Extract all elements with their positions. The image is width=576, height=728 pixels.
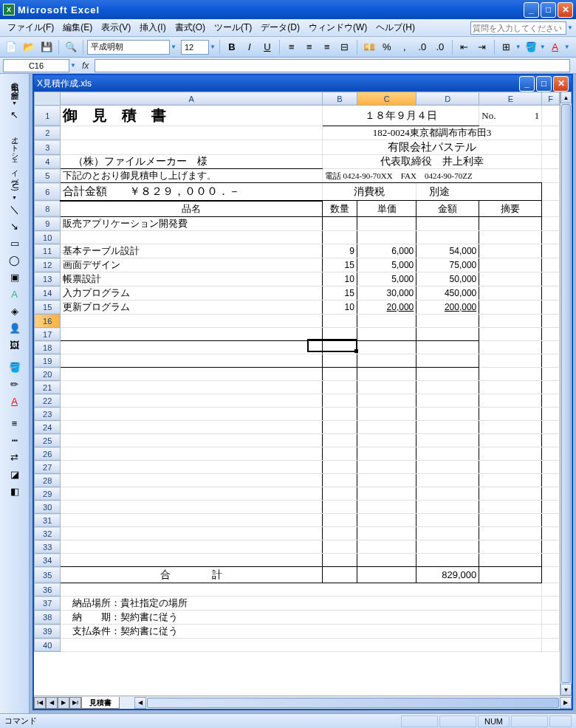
menu-data[interactable]: データ(D)	[256, 20, 304, 35]
row-header[interactable]: 4	[35, 155, 61, 169]
row-header[interactable]: 22	[35, 394, 61, 408]
wordart-icon[interactable]: A	[7, 287, 22, 302]
row-header[interactable]: 12	[35, 258, 61, 272]
diagram-icon[interactable]: ◈	[7, 304, 22, 319]
name-box[interactable]: C16	[3, 59, 69, 72]
line-color-icon[interactable]: ✏	[7, 377, 22, 392]
row-header[interactable]: 26	[35, 447, 61, 461]
line-icon[interactable]: ＼	[7, 202, 22, 217]
tab-prev-button[interactable]: ◀	[46, 697, 58, 709]
row-header[interactable]: 3	[35, 140, 61, 155]
shape-adjust-label[interactable]: 図形の調整(R)	[10, 77, 20, 98]
percent-button[interactable]: %	[379, 39, 395, 55]
save-button[interactable]: 💾	[38, 39, 55, 55]
row-header[interactable]: 15	[35, 301, 61, 315]
underline-button[interactable]: U	[259, 39, 275, 55]
row-header[interactable]: 31	[35, 514, 61, 527]
row-header[interactable]: 9	[35, 217, 61, 231]
font-color-icon[interactable]: A	[7, 394, 22, 409]
decrease-decimal-button[interactable]: .0	[432, 39, 448, 55]
textbox-icon[interactable]: ▣	[7, 270, 22, 285]
horizontal-scrollbar[interactable]: ◀ ▶	[134, 697, 572, 709]
tab-first-button[interactable]: I◀	[34, 697, 46, 709]
row-header[interactable]: 33	[35, 540, 61, 554]
row-header[interactable]: 29	[35, 487, 61, 501]
row-header[interactable]: 8	[35, 201, 61, 217]
shadow-icon[interactable]: ◪	[7, 467, 22, 482]
row-header[interactable]: 25	[35, 434, 61, 447]
fill-color-button[interactable]: 🪣▼	[523, 39, 546, 55]
clipart-icon[interactable]: 👤	[7, 321, 22, 336]
maximize-button[interactable]: □	[541, 2, 556, 18]
row-header[interactable]: 24	[35, 421, 61, 434]
row-header[interactable]: 32	[35, 527, 61, 540]
picture-icon[interactable]: 🖼	[7, 338, 22, 353]
doc-minimize-button[interactable]: _	[519, 76, 535, 92]
scroll-down-button[interactable]: ▼	[560, 684, 572, 696]
row-header[interactable]: 23	[35, 408, 61, 421]
oval-icon[interactable]: ◯	[7, 253, 22, 268]
row-header[interactable]: 38	[35, 611, 61, 625]
col-header-e[interactable]: E	[479, 92, 542, 106]
font-color-button[interactable]: A▼	[547, 39, 570, 55]
align-right-button[interactable]: ≡	[319, 39, 335, 55]
borders-button[interactable]: ⊞▼	[498, 39, 521, 55]
print-preview-button[interactable]: 🔍	[63, 39, 79, 55]
align-left-button[interactable]: ≡	[284, 39, 300, 55]
menu-window[interactable]: ウィンドウ(W)	[304, 20, 371, 35]
row-header[interactable]: 17	[35, 328, 61, 341]
row-header[interactable]: 5	[35, 169, 61, 183]
help-search-input[interactable]	[470, 21, 566, 35]
menu-format[interactable]: 書式(O)	[171, 20, 210, 35]
row-header[interactable]: 36	[35, 583, 61, 597]
menu-view[interactable]: 表示(V)	[97, 20, 135, 35]
row-header[interactable]: 20	[35, 368, 61, 381]
menu-insert[interactable]: 挿入(I)	[135, 20, 170, 35]
row-header[interactable]: 2	[35, 126, 61, 140]
col-header-d[interactable]: D	[416, 92, 479, 106]
scroll-right-button[interactable]: ▶	[560, 697, 572, 709]
increase-indent-button[interactable]: ⇥	[474, 39, 490, 55]
row-header[interactable]: 30	[35, 501, 61, 514]
sheet-tab[interactable]: 見積書	[81, 697, 120, 709]
autoshape-label[interactable]: オートシェイプ(U)	[10, 130, 20, 193]
currency-button[interactable]: 💴	[361, 39, 377, 55]
menu-help[interactable]: ヘルプ(H)	[371, 20, 419, 35]
row-header[interactable]: 13	[35, 272, 61, 286]
col-header-b[interactable]: B	[322, 92, 357, 106]
row-header[interactable]: 19	[35, 354, 61, 368]
row-header[interactable]: 27	[35, 461, 61, 474]
row-header[interactable]: 10	[35, 231, 61, 244]
row-header[interactable]: 16	[35, 315, 61, 328]
fill-bucket-icon[interactable]: 🪣	[7, 360, 22, 375]
bold-button[interactable]: B	[224, 39, 240, 55]
col-header-a[interactable]: A	[61, 92, 322, 106]
row-header[interactable]: 28	[35, 474, 61, 487]
menu-tools[interactable]: ツール(T)	[210, 20, 256, 35]
menu-edit[interactable]: 編集(E)	[58, 20, 97, 35]
tab-last-button[interactable]: ▶I	[69, 697, 81, 709]
col-header-c[interactable]: C	[357, 92, 416, 106]
menu-file[interactable]: ファイル(F)	[3, 20, 58, 35]
open-button[interactable]: 📂	[21, 39, 37, 55]
arrow-style-icon[interactable]: ⇄	[7, 450, 22, 465]
new-button[interactable]: 📄	[3, 39, 19, 55]
pointer-icon[interactable]: ↖	[7, 108, 22, 123]
font-name-dropdown[interactable]: 平成明朝 ▼	[87, 40, 176, 55]
row-header[interactable]: 14	[35, 286, 61, 301]
scroll-left-button[interactable]: ◀	[134, 697, 146, 709]
minimize-button[interactable]: _	[524, 2, 539, 18]
line-style-icon[interactable]: ≡	[7, 416, 22, 431]
row-header[interactable]: 40	[35, 639, 61, 652]
row-header[interactable]: 18	[35, 341, 61, 354]
row-header[interactable]: 39	[35, 625, 61, 639]
col-header-f[interactable]: F	[542, 92, 560, 106]
scroll-thumb[interactable]	[561, 104, 571, 683]
row-header[interactable]: 21	[35, 381, 61, 394]
formula-bar[interactable]	[95, 59, 570, 72]
row-header[interactable]: 34	[35, 554, 61, 567]
merge-center-button[interactable]: ⊟	[337, 39, 353, 55]
comma-button[interactable]: ,	[397, 39, 413, 55]
row-header[interactable]: 37	[35, 597, 61, 611]
decrease-indent-button[interactable]: ⇤	[456, 39, 473, 55]
